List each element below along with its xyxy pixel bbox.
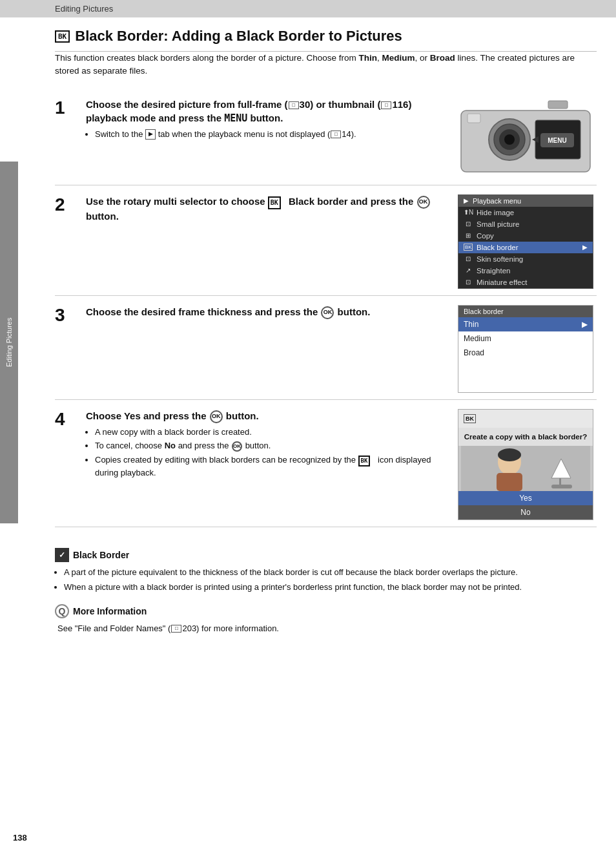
bk-icon-inline: BK: [358, 456, 371, 467]
bk-menu-icon: BK: [464, 244, 473, 251]
dialog-illustration: [458, 446, 593, 491]
step-4-content: Choose Yes and press the OK button. A ne…: [86, 409, 442, 481]
header-title: Editing Pictures: [55, 4, 113, 14]
menu-item-copy: ⊞ Copy: [458, 230, 593, 242]
black-border-label: Black border: [289, 196, 348, 207]
step-3-title: Choose the desired frame thickness and p…: [86, 305, 442, 319]
step-1-content: Choose the desired picture from full-fra…: [86, 98, 442, 142]
notes-section: ✓ Black Border A part of the picture equ…: [55, 543, 597, 635]
moreinfo-note: Q More Information See "File and Folder …: [55, 604, 597, 635]
moreinfo-note-text: See "File and Folder Names" (□203) for m…: [57, 622, 597, 635]
skin-icon: ⊡: [464, 255, 473, 262]
step-4-row: 4 Choose Yes and press the OK button. A …: [55, 400, 597, 527]
blackborder-menu-panel: Black border Thin ▶ Medium Broad: [458, 305, 593, 393]
step-2-title: Use the rotary multi selector to choose …: [86, 194, 442, 223]
step-4-number: 4: [55, 409, 73, 428]
step-3-number: 3: [55, 305, 73, 324]
svg-text:MENU: MENU: [548, 137, 566, 144]
bullet-copies: Copies created by editing with black bor…: [95, 454, 442, 479]
info-icon: Q: [55, 604, 69, 618]
ok-button-icon-4: OK: [210, 410, 223, 423]
step-1-row: 1 Choose the desired picture from full-f…: [55, 89, 597, 185]
blackborder-note-title: Black Border: [73, 550, 129, 560]
svg-rect-10: [467, 114, 480, 123]
blackborder-note-header: ✓ Black Border: [55, 548, 597, 562]
svg-rect-17: [551, 485, 572, 488]
step-1-bullet-1: Switch to the ▶ tab when the playback me…: [95, 128, 442, 141]
moreinfo-note-title: More Information: [73, 606, 147, 616]
menu-item-miniature: ⊡ Miniature effect: [458, 277, 593, 288]
step-2-number: 2: [55, 194, 73, 214]
playback-menu-panel: ▶ Playback menu ⬆N Hide image ⊡ Small pi…: [458, 194, 593, 289]
blackborder-menu-title: Black border: [458, 306, 593, 317]
menu-item-straighten: ↗ Straighten: [458, 265, 593, 277]
menu-item-blackborder[interactable]: BK Black border ▶: [458, 242, 593, 253]
dialog-top: BK: [458, 410, 593, 428]
ref-203: □: [171, 625, 181, 633]
note-bullet-2: When a picture with a black border is pr…: [64, 581, 597, 594]
step-2-row: 2 Use the rotary multi selector to choos…: [55, 185, 597, 296]
small-icon: ⊡: [464, 220, 473, 227]
svg-rect-8: [548, 101, 568, 109]
blackborder-note: ✓ Black Border A part of the picture equ…: [55, 548, 597, 594]
dialog-buttons: Yes No: [458, 491, 593, 519]
step-2-content: Use the rotary multi selector to choose …: [86, 194, 442, 225]
check-icon: ✓: [55, 548, 69, 562]
playback-arrow-icon: ▶: [464, 197, 469, 204]
dialog-bk-icon: BK: [464, 414, 476, 423]
step-3-content: Choose the desired frame thickness and p…: [86, 305, 442, 322]
no-label: No: [165, 441, 176, 450]
ref-14: □: [331, 131, 341, 138]
straighten-icon: ↗: [464, 267, 473, 274]
bullet-cancel: To cancel, choose No and press the OK bu…: [95, 439, 442, 452]
step-3-image: Black border Thin ▶ Medium Broad: [455, 305, 597, 393]
ok-button-icon-3: OK: [321, 306, 334, 319]
broad-label: Broad: [430, 53, 455, 63]
description: This function creates black borders alon…: [55, 52, 597, 78]
moreinfo-note-header: Q More Information: [55, 604, 597, 618]
thin-arrow: ▶: [582, 320, 588, 329]
thickness-medium[interactable]: Medium: [458, 331, 593, 346]
bullet-new-copy: A new copy with a black border is create…: [95, 426, 442, 439]
play-tab-icon: ▶: [145, 129, 156, 140]
dialog-message: Create a copy with a black border?: [458, 428, 593, 446]
miniature-icon: ⊡: [464, 278, 473, 286]
thickness-thin[interactable]: Thin ▶: [458, 317, 593, 331]
copy-icon: ⊞: [464, 232, 473, 239]
ref-116: □: [381, 101, 391, 109]
page-heading: Black Border: Adding a Black Border to P…: [75, 28, 402, 45]
camera-illustration: MENU: [458, 98, 593, 178]
arrow-icon: ▶: [582, 244, 588, 251]
hide-icon: ⬆N: [464, 209, 473, 216]
ok-btn-inline: OK: [232, 441, 242, 452]
step-1-bullets: Switch to the ▶ tab when the playback me…: [95, 128, 442, 141]
copy-dialog: BK Create a copy with a black border?: [458, 409, 593, 520]
yes-button[interactable]: Yes: [458, 491, 593, 505]
thickness-broad[interactable]: Broad: [458, 346, 593, 360]
svg-rect-11: [461, 446, 590, 491]
page-number: 138: [13, 833, 27, 843]
svg-rect-13: [497, 473, 522, 491]
ok-button-icon-2: OK: [417, 196, 430, 209]
menu-item-hide: ⬆N Hide image: [458, 207, 593, 218]
step-1-title: Choose the desired picture from full-fra…: [86, 98, 442, 125]
bk-icon-step2: BK: [268, 196, 281, 209]
title-icon: BK: [55, 30, 70, 43]
portrait-svg: [461, 446, 590, 491]
step-4-bullets: A new copy with a black border is create…: [95, 426, 442, 479]
no-button[interactable]: No: [458, 505, 593, 519]
playback-menu-title: ▶ Playback menu: [458, 195, 593, 207]
menu-item-skin: ⊡ Skin softening: [458, 253, 593, 265]
menu-item-small: ⊡ Small picture: [458, 218, 593, 230]
yes-label: Yes: [124, 410, 141, 421]
svg-point-4: [504, 134, 515, 145]
ref-30: □: [289, 101, 299, 109]
step-1-image: MENU: [455, 98, 597, 178]
step-4-image: BK Create a copy with a black border?: [455, 409, 597, 520]
page-title-row: BK Black Border: Adding a Black Border t…: [55, 28, 597, 45]
main-content: BK Black Border: Adding a Black Border t…: [0, 17, 616, 658]
header-bar: Editing Pictures: [0, 0, 616, 17]
step-3-row: 3 Choose the desired frame thickness and…: [55, 296, 597, 400]
note-bullet-1: A part of the picture equivalent to the …: [64, 566, 597, 579]
menu-label: MENU: [224, 112, 247, 124]
